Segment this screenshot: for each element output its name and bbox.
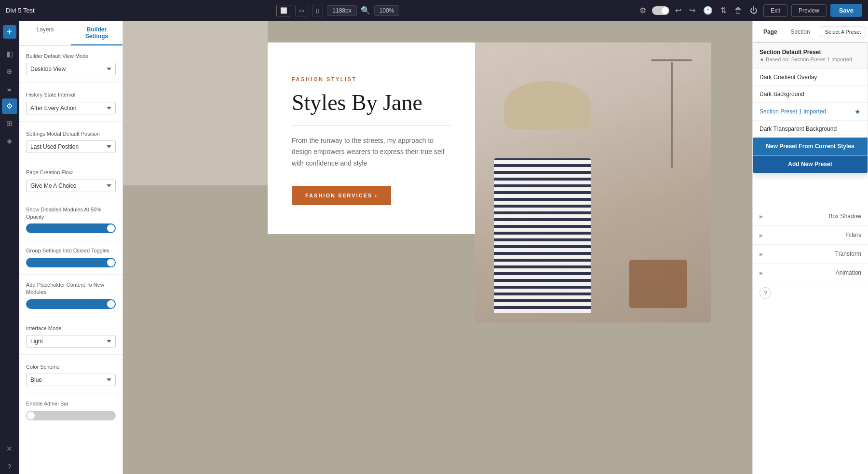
history-interval-section: History State Interval After Every Actio…: [19, 84, 122, 119]
transform-section[interactable]: ▶ Transform: [753, 245, 868, 264]
settings-tabs: Layers Builder Settings: [19, 21, 122, 46]
bag-sim: [629, 260, 687, 308]
filters-chevron: ▶: [760, 233, 763, 238]
plugins-icon-btn[interactable]: ⊞: [2, 116, 17, 131]
search-icon-btn[interactable]: ⊕: [2, 64, 17, 79]
filters-section[interactable]: ▶ Filters: [753, 226, 868, 245]
interface-mode-section: Interface Mode Light Dark: [19, 318, 122, 352]
rack-bar: [651, 59, 692, 61]
redo-icon[interactable]: ↪: [687, 4, 697, 17]
layers-icon-btn[interactable]: ◧: [2, 46, 17, 62]
admin-bar-toggle-row: Enable Admin Bar: [19, 395, 122, 425]
preset-item-section1[interactable]: Section Preset 1 imported ★: [753, 103, 868, 121]
collapsible-sections: ▶ Box Shadow ▶ Filters ▶ Transform ▶ Ani…: [753, 207, 868, 282]
tablet-view-btn[interactable]: ▭: [295, 5, 308, 16]
admin-bar-label: Enable Admin Bar: [26, 400, 116, 407]
show-disabled-toggle-row: Show Disabled Modules At 50% Opacity: [19, 201, 122, 238]
interface-mode-select[interactable]: Light Dark: [26, 335, 116, 348]
placeholder-toggle-row: Add Placeholder Content To New Modules: [19, 277, 122, 314]
topbar-title: Divi 5 Test: [6, 7, 35, 14]
gray-block: [123, 21, 268, 185]
history-icon[interactable]: 🕐: [701, 4, 715, 17]
preset-item-dark-gradient[interactable]: Dark Gradient Overlay: [753, 69, 868, 86]
select-preset-btn[interactable]: Select A Preset: [820, 27, 867, 37]
exit-button[interactable]: Exit: [763, 4, 787, 17]
tools-icon-btn[interactable]: ✕: [2, 441, 17, 457]
settings-panel: Layers Builder Settings Builder Default …: [19, 21, 123, 474]
save-button[interactable]: Save: [830, 4, 862, 17]
preset-header: Section Default Preset ★ Based on: Secti…: [753, 43, 868, 69]
hat-sim: [504, 81, 591, 129]
help-icon-btn[interactable]: ?: [2, 459, 17, 474]
topbar: Divi 5 Test ⬜ ▭ ▯ 1188px 🔍 100% ⚙ ↩ ↪ 🕐 …: [0, 0, 868, 21]
history-interval-select[interactable]: After Every Action After 1 Second: [26, 102, 116, 114]
preset-item-dark-bg[interactable]: Dark Background: [753, 86, 868, 103]
history-interval-label: History State Interval: [26, 91, 116, 98]
interface-mode-label: Interface Mode: [26, 325, 116, 332]
admin-bar-toggle[interactable]: [26, 411, 116, 420]
fashion-body: From the runway to the streets, my appro…: [292, 135, 451, 169]
preset-item-dark-transparent[interactable]: Dark Transparent Background: [753, 121, 868, 138]
preview-button[interactable]: Preview: [791, 4, 827, 17]
undo-icon[interactable]: ↩: [673, 4, 683, 17]
tab-builder-settings[interactable]: Builder Settings: [71, 21, 122, 45]
fashion-image-area: [475, 42, 711, 322]
tab-page[interactable]: Page: [760, 27, 781, 37]
tab-layers[interactable]: Layers: [19, 21, 71, 45]
settings-icon[interactable]: ⚙: [637, 4, 648, 17]
placeholder-toggle[interactable]: [26, 299, 116, 309]
transform-label: Transform: [835, 251, 861, 257]
add-module-btn[interactable]: +: [3, 25, 16, 39]
theme-toggle[interactable]: [652, 6, 669, 15]
power-icon[interactable]: ⏻: [748, 4, 760, 17]
phone-view-btn[interactable]: ▯: [312, 5, 323, 16]
group-settings-toggle[interactable]: [26, 258, 116, 267]
filters-label: Filters: [845, 232, 861, 238]
animation-section[interactable]: ▶ Animation: [753, 264, 868, 282]
settings-modal-section: Settings Modal Default Position Last Use…: [19, 124, 122, 158]
help-button[interactable]: ?: [760, 287, 771, 299]
builder-view-label: Builder Default View Mode: [26, 53, 116, 60]
group-settings-label: Group Settings Into Closed Toggles: [26, 247, 116, 254]
group-settings-toggle-row: Group Settings Into Closed Toggles: [19, 242, 122, 272]
add-preset-btn[interactable]: Add New Preset: [753, 155, 868, 173]
fashion-subtitle: FASHION STYLIST: [292, 76, 451, 82]
settings-icon-btn[interactable]: ⚙: [2, 98, 17, 114]
topbar-center: ⬜ ▭ ▯ 1188px 🔍 100%: [43, 5, 633, 16]
settings-modal-select[interactable]: Last Used Position Fixed Position: [26, 140, 116, 153]
color-scheme-section: Color Scheme Blue Green: [19, 357, 122, 391]
page-creation-label: Page Creation Flow: [26, 169, 116, 176]
icon-sidebar: + ◧ ⊕ ≡ ⚙ ⊞ ◈ ✕ ?: [0, 21, 19, 474]
trash-icon[interactable]: 🗑: [732, 4, 744, 17]
animation-chevron: ▶: [760, 270, 763, 276]
fashion-card: FASHION STYLIST Styles By Jane From the …: [268, 42, 475, 234]
show-disabled-label: Show Disabled Modules At 50% Opacity: [26, 206, 116, 221]
page-creation-select[interactable]: Give Me A Choice New Blank Page: [26, 180, 116, 192]
preset-header-title: Section Default Preset: [760, 49, 861, 56]
show-disabled-toggle[interactable]: [26, 223, 116, 233]
width-badge[interactable]: 1188px: [327, 5, 356, 16]
fashion-title: Styles By Jane: [292, 91, 451, 115]
zoom-badge[interactable]: 100%: [374, 5, 400, 16]
rack-pole: [671, 62, 673, 168]
preset-dropdown: Section Default Preset ★ Based on: Secti…: [752, 42, 868, 173]
desktop-view-btn[interactable]: ⬜: [276, 5, 291, 16]
theme-icon-btn[interactable]: ◈: [2, 133, 17, 149]
animation-label: Animation: [836, 269, 861, 276]
topbar-right: ⚙ ↩ ↪ 🕐 ⇅ 🗑 ⏻ Exit Preview Save: [637, 4, 862, 17]
selected-star-icon: ★: [854, 108, 861, 115]
page-creation-section: Page Creation Flow Give Me A Choice New …: [19, 162, 122, 196]
preset-header-sub: ★ Based on: Section Preset 1 imported: [760, 56, 861, 63]
settings2-icon[interactable]: ⇅: [719, 4, 729, 17]
box-shadow-label: Box Shadow: [829, 213, 861, 220]
grid-icon-btn[interactable]: ≡: [2, 81, 17, 97]
fashion-services-button[interactable]: FASHION SERVICES ›: [292, 186, 391, 205]
fashion-divider: [292, 125, 451, 125]
right-panel: Page Section Select A Preset Section Def…: [752, 21, 868, 474]
tab-section[interactable]: Section: [787, 27, 814, 37]
color-scheme-select[interactable]: Blue Green: [26, 374, 116, 386]
builder-view-select[interactable]: Desktop View Tablet View Phone View: [26, 63, 116, 75]
canvas: FASHION STYLIST Styles By Jane From the …: [123, 21, 752, 474]
new-preset-btn[interactable]: New Preset From Current Styles: [753, 138, 868, 155]
box-shadow-section[interactable]: ▶ Box Shadow: [753, 207, 868, 226]
